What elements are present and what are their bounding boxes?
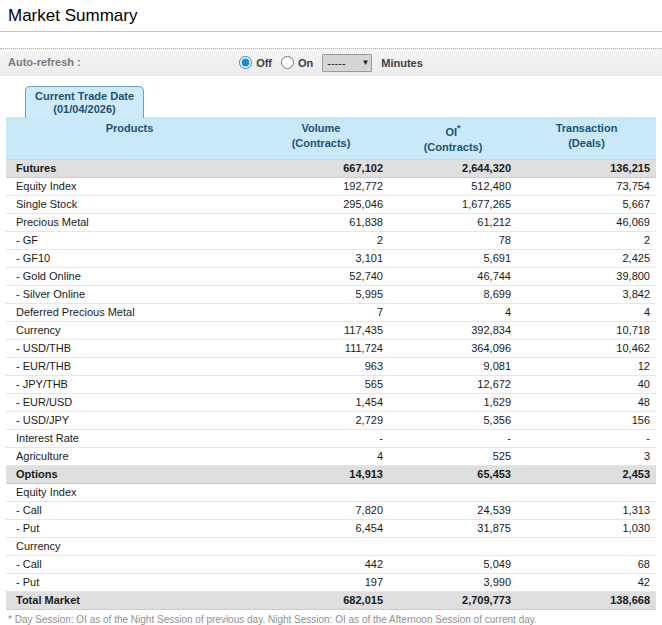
table-row: Currency [6,537,656,555]
column-header-transaction: Transaction (Deals) [517,117,656,159]
table-row: - Silver Online 5,995 8,699 3,842 [6,285,656,303]
volume-cell: 7,820 [253,501,389,519]
deals-cell: 3,842 [517,285,656,303]
oi-cell: - [389,429,517,447]
product-cell: Total Market [6,591,253,609]
interval-unit-label: Minutes [381,57,423,69]
deals-cell [517,483,656,501]
table-row: Deferred Precious Metal 7 4 4 [6,303,656,321]
product-cell: Precious Metal [6,213,253,231]
volume-cell: 6,454 [253,519,389,537]
market-summary-table: Products Volume (Contracts) OI* (Contrac… [6,117,656,610]
product-cell: - Gold Online [6,267,253,285]
volume-cell: 565 [253,375,389,393]
deals-cell: 10,718 [517,321,656,339]
oi-cell: 1,677,265 [389,195,517,213]
product-cell: - Silver Online [6,285,253,303]
product-cell: - Call [6,501,253,519]
deals-cell [517,537,656,555]
table-row: - EUR/THB 963 9,081 12 [6,357,656,375]
volume-cell: 192,772 [253,177,389,195]
deals-cell: 156 [517,411,656,429]
product-cell: - EUR/THB [6,357,253,375]
table-row: Precious Metal 61,838 61,212 46,069 [6,213,656,231]
deals-cell: 136,215 [517,159,656,177]
volume-cell: 963 [253,357,389,375]
oi-cell [389,537,517,555]
product-cell: Options [6,465,253,483]
oi-cell: 78 [389,231,517,249]
deals-cell: 48 [517,393,656,411]
deals-cell: 5,667 [517,195,656,213]
auto-refresh-on-option[interactable]: On [281,56,313,69]
product-cell: - Call [6,555,253,573]
oi-cell: 364,096 [389,339,517,357]
deals-cell: 2,425 [517,249,656,267]
volume-cell: 52,740 [253,267,389,285]
oi-cell: 2,709,773 [389,591,517,609]
oi-cell: 65,453 [389,465,517,483]
table-row: - Put 6,454 31,875 1,030 [6,519,656,537]
oi-cell: 392,834 [389,321,517,339]
table-row: - USD/JPY 2,729 5,356 156 [6,411,656,429]
table-row: - EUR/USD 1,454 1,629 48 [6,393,656,411]
product-cell: Equity Index [6,483,253,501]
table-row: Single Stock 295,046 1,677,265 5,667 [6,195,656,213]
product-cell: - JPY/THB [6,375,253,393]
deals-cell: 2 [517,231,656,249]
session-footnote: * Day Session: OI as of the Night Sessio… [8,614,654,625]
product-cell: - Put [6,519,253,537]
volume-cell: - [253,429,389,447]
deals-cell: 10,462 [517,339,656,357]
product-cell: - Put [6,573,253,591]
auto-refresh-off-option[interactable]: Off [239,56,272,69]
tab-current-trade-date[interactable]: Current Trade Date (01/04/2026) [25,86,144,118]
table-row: Total Market 682,015 2,709,773 138,668 [6,591,656,609]
volume-cell: 117,435 [253,321,389,339]
product-cell: Agriculture [6,447,253,465]
page-title: Market Summary [8,6,654,26]
volume-cell: 7 [253,303,389,321]
volume-cell: 295,046 [253,195,389,213]
table-row: Agriculture 4 525 3 [6,447,656,465]
market-table-body: Futures 667,102 2,644,320 136,215 Equity… [6,159,656,609]
auto-refresh-on-radio[interactable] [281,56,294,69]
oi-cell: 4 [389,303,517,321]
table-row: Equity Index [6,483,656,501]
page-header: Market Summary [0,0,662,32]
table-row: - Call 7,820 24,539 1,313 [6,501,656,519]
oi-cell: 8,699 [389,285,517,303]
volume-cell: 14,913 [253,465,389,483]
interval-select[interactable]: ----- [322,54,372,72]
product-cell: - GF [6,231,253,249]
table-row: - USD/THB 111,724 364,096 10,462 [6,339,656,357]
deals-cell: 46,069 [517,213,656,231]
deals-cell: 1,030 [517,519,656,537]
table-row: Futures 667,102 2,644,320 136,215 [6,159,656,177]
oi-cell: 525 [389,447,517,465]
product-cell: Futures [6,159,253,177]
volume-cell: 667,102 [253,159,389,177]
oi-cell: 5,691 [389,249,517,267]
volume-cell: 3,101 [253,249,389,267]
table-row: - GF 2 78 2 [6,231,656,249]
deals-cell: 42 [517,573,656,591]
oi-cell: 46,744 [389,267,517,285]
product-cell: - GF10 [6,249,253,267]
table-row: - Put 197 3,990 42 [6,573,656,591]
deals-cell: 68 [517,555,656,573]
deals-cell: 2,453 [517,465,656,483]
oi-cell: 5,049 [389,555,517,573]
oi-footnote-asterisk: * [457,123,461,133]
tab-label-line1: Current Trade Date [35,90,134,103]
oi-cell: 12,672 [389,375,517,393]
product-cell: Interest Rate [6,429,253,447]
product-cell: Currency [6,321,253,339]
oi-cell: 24,539 [389,501,517,519]
product-cell: Single Stock [6,195,253,213]
product-cell: - USD/JPY [6,411,253,429]
table-row: - JPY/THB 565 12,672 40 [6,375,656,393]
oi-cell: 3,990 [389,573,517,591]
auto-refresh-off-radio[interactable] [239,56,252,69]
product-cell: - EUR/USD [6,393,253,411]
